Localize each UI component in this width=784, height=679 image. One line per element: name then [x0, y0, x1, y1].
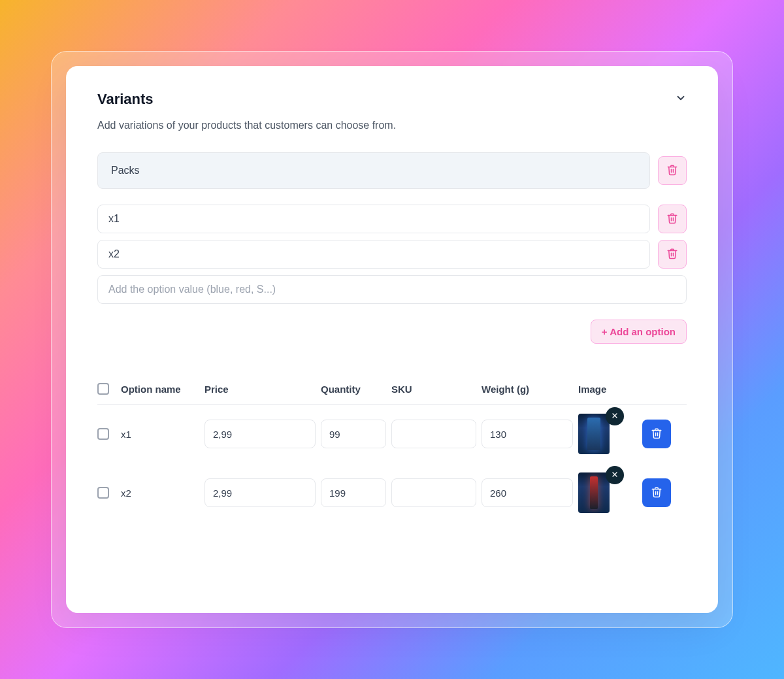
option-value-input[interactable] [97, 205, 650, 233]
row-checkbox[interactable] [97, 428, 109, 440]
delete-variant-button[interactable] [642, 478, 671, 507]
delete-value-button[interactable] [658, 240, 687, 269]
close-icon [611, 410, 619, 422]
trash-icon [651, 486, 662, 500]
close-icon [611, 469, 619, 481]
weight-input[interactable] [482, 478, 573, 507]
variants-card: Variants Add variations of your products… [66, 66, 718, 613]
option-value-input[interactable] [97, 240, 650, 269]
trash-icon [651, 427, 662, 441]
weight-input[interactable] [482, 420, 573, 448]
col-image: Image [578, 384, 637, 395]
row-checkbox[interactable] [97, 487, 109, 499]
sku-input[interactable] [391, 478, 476, 507]
trash-icon [666, 248, 678, 261]
delete-option-button[interactable] [658, 156, 687, 185]
sku-input[interactable] [391, 420, 476, 448]
image-thumbnail [578, 472, 610, 513]
trash-icon [666, 164, 678, 178]
delete-variant-button[interactable] [642, 420, 671, 448]
price-input[interactable] [204, 420, 316, 448]
chevron-down-icon[interactable] [675, 92, 687, 107]
remove-image-button[interactable] [606, 466, 624, 484]
trash-icon [666, 212, 678, 226]
new-option-value-input[interactable] [97, 275, 687, 304]
option-name-input[interactable] [97, 152, 650, 189]
col-sku: SKU [391, 384, 476, 395]
quantity-input[interactable] [321, 478, 386, 507]
price-input[interactable] [204, 478, 316, 507]
col-quantity: Quantity [321, 384, 386, 395]
variant-image[interactable] [578, 414, 610, 454]
col-price: Price [204, 384, 316, 395]
row-option-name: x1 [121, 429, 199, 440]
remove-image-button[interactable] [606, 407, 624, 425]
variant-image[interactable] [578, 472, 610, 513]
image-thumbnail [578, 414, 610, 454]
delete-value-button[interactable] [658, 205, 687, 233]
section-subtitle: Add variations of your products that cus… [97, 120, 687, 131]
select-all-checkbox[interactable] [97, 383, 109, 395]
section-title: Variants [97, 91, 154, 108]
quantity-input[interactable] [321, 420, 386, 448]
variant-row: x2 [97, 463, 687, 522]
variants-table-header: Option name Price Quantity SKU Weight (g… [97, 383, 687, 405]
modal-backdrop: Variants Add variations of your products… [51, 51, 733, 628]
col-option-name: Option name [121, 384, 199, 395]
variant-row: x1 [97, 405, 687, 463]
col-weight: Weight (g) [482, 384, 573, 395]
add-option-button[interactable]: + Add an option [591, 320, 687, 344]
row-option-name: x2 [121, 488, 199, 499]
